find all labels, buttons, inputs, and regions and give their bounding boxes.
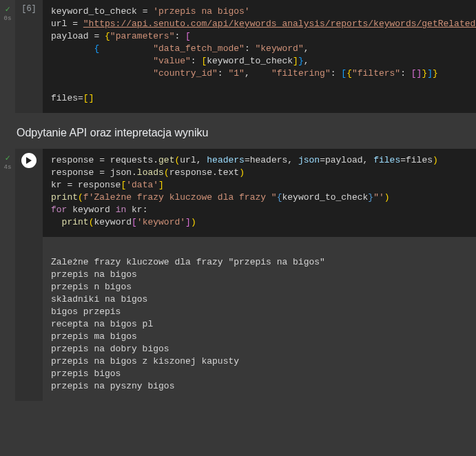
section-heading: Odpytanie API oraz intepretacja wyniku (0, 114, 476, 149)
cell-gutter: ✓ 4s (0, 149, 15, 401)
code-cell-1: ✓ 0s [6] keyword_to_check = 'przepis na … (0, 0, 476, 113)
code-cell-2: ✓ 4s response = requests.get(url, header… (0, 149, 476, 401)
exec-count: [6] (21, 4, 37, 113)
check-icon: ✓ (5, 154, 10, 163)
output-gutter (15, 237, 43, 401)
exec-time: 0s (4, 15, 12, 22)
code-editor[interactable]: keyword_to_check = 'przepis na bigos' ur… (43, 0, 476, 113)
code-editor[interactable]: response = requests.get(url, headers=hea… (43, 149, 476, 237)
exec-col: [6] (15, 0, 43, 113)
cell-gutter: ✓ 0s (0, 0, 15, 113)
cell-output: Zależne frazy kluczowe dla frazy "przepi… (43, 237, 476, 401)
exec-col (15, 149, 43, 237)
check-icon: ✓ (5, 6, 10, 14)
exec-time: 4s (4, 164, 12, 171)
play-icon (25, 157, 32, 164)
run-button[interactable] (21, 153, 37, 168)
